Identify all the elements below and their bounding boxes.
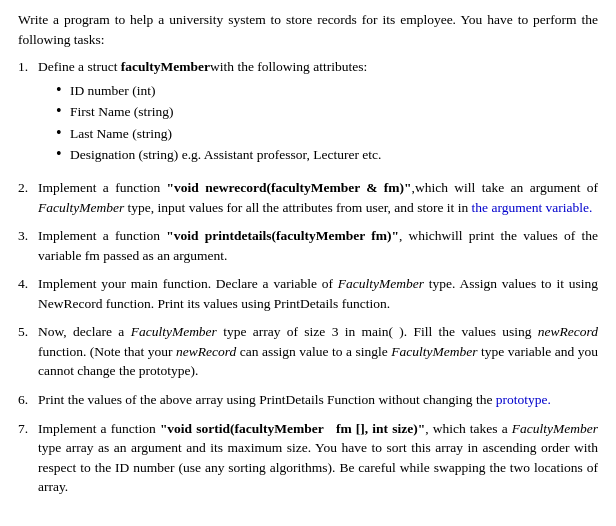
task-item-6: 6. Print the values of the above array u… bbox=[18, 390, 598, 410]
bullet-text-2: First Name (string) bbox=[70, 102, 174, 122]
bullet-text-1: ID number (int) bbox=[70, 81, 155, 101]
task1-intro: Define a struct facultyMemberwith the fo… bbox=[38, 59, 367, 74]
bullet-item-4: • Designation (string) e.g. Assistant pr… bbox=[56, 145, 598, 165]
task-number-3: 3. bbox=[18, 226, 38, 265]
task2-italic: FacultyMember bbox=[38, 200, 124, 215]
task-item-1: 1. Define a struct facultyMemberwith the… bbox=[18, 57, 598, 169]
task-number-7: 7. bbox=[18, 419, 38, 497]
task1-bullets: • ID number (int) • First Name (string) … bbox=[56, 81, 598, 165]
task2-highlight: the argument variable. bbox=[472, 200, 593, 215]
task5-italic4: FacultyMember bbox=[391, 344, 477, 359]
intro-text: Write a program to help a university sys… bbox=[18, 10, 598, 49]
task-item-3: 3. Implement a function "void printdetai… bbox=[18, 226, 598, 265]
bullet-item-1: • ID number (int) bbox=[56, 81, 598, 101]
task-item-5: 5. Now, declare a FacultyMember type arr… bbox=[18, 322, 598, 381]
task-content-4: Implement your main function. Declare a … bbox=[38, 274, 598, 313]
bullet-item-3: • Last Name (string) bbox=[56, 124, 598, 144]
task1-bold: facultyMember bbox=[121, 59, 210, 74]
task-item-4: 4. Implement your main function. Declare… bbox=[18, 274, 598, 313]
bullet-text-4: Designation (string) e.g. Assistant prof… bbox=[70, 145, 381, 165]
bullet-dot-1: • bbox=[56, 81, 70, 99]
task4-italic: FacultyMember bbox=[338, 276, 424, 291]
task5-italic3: newRecord bbox=[176, 344, 236, 359]
task5-italic2: newRecord bbox=[538, 324, 598, 339]
task2-function: "void newrecord(facultyMember & fm)" bbox=[167, 180, 412, 195]
task-content-1: Define a struct facultyMemberwith the fo… bbox=[38, 57, 598, 169]
task-number-5: 5. bbox=[18, 322, 38, 381]
bullet-item-2: • First Name (string) bbox=[56, 102, 598, 122]
task-content-2: Implement a function "void newrecord(fac… bbox=[38, 178, 598, 217]
task3-function: "void printdetails(facultyMember fm)" bbox=[166, 228, 399, 243]
task6-highlight: prototype. bbox=[496, 392, 551, 407]
bullet-dot-2: • bbox=[56, 102, 70, 120]
task-item-7: 7. Implement a function "void sortid(fac… bbox=[18, 419, 598, 497]
task-item-2: 2. Implement a function "void newrecord(… bbox=[18, 178, 598, 217]
task-number-4: 4. bbox=[18, 274, 38, 313]
task-number-6: 6. bbox=[18, 390, 38, 410]
task-content-6: Print the values of the above array usin… bbox=[38, 390, 598, 410]
page-container: Write a program to help a university sys… bbox=[0, 0, 616, 516]
task-content-5: Now, declare a FacultyMember type array … bbox=[38, 322, 598, 381]
task-number-2: 2. bbox=[18, 178, 38, 217]
bullet-dot-3: • bbox=[56, 124, 70, 142]
university-word: university bbox=[169, 12, 223, 27]
task-content-7: Implement a function "void sortid(facult… bbox=[38, 419, 598, 497]
task7-function: "void sortid(facultyMember fm [], int si… bbox=[160, 421, 425, 436]
bullet-text-3: Last Name (string) bbox=[70, 124, 172, 144]
task7-italic1: FacultyMember bbox=[512, 421, 598, 436]
task-number-1: 1. bbox=[18, 57, 38, 169]
bullet-dot-4: • bbox=[56, 145, 70, 163]
task-list: 1. Define a struct facultyMemberwith the… bbox=[18, 57, 598, 497]
task-content-3: Implement a function "void printdetails(… bbox=[38, 226, 598, 265]
you-word: You bbox=[460, 12, 482, 27]
task6-function-word: Function bbox=[327, 392, 375, 407]
task5-italic1: FacultyMember bbox=[131, 324, 217, 339]
